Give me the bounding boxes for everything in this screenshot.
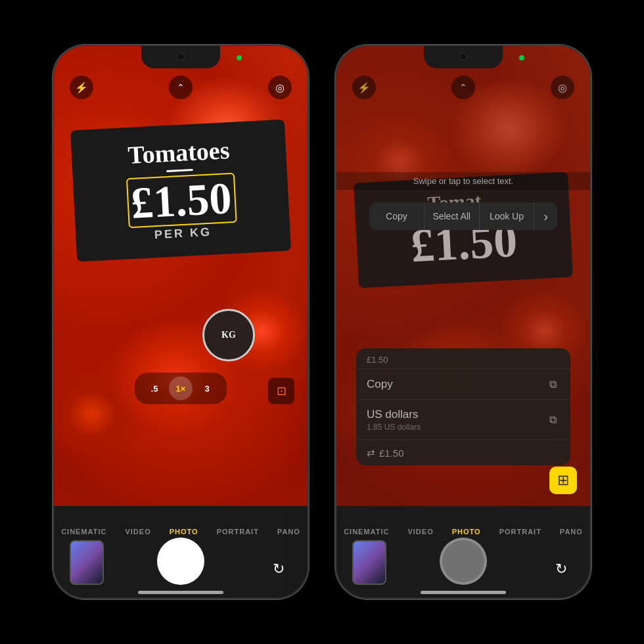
dropdown-copy-label: Copy: [367, 378, 393, 391]
arrow-up-button-2[interactable]: ⌃: [451, 76, 475, 99]
camera-viewfinder-2: Tomat... £1.50 ⚡ ⌃ ◎ Swipe or tap to sel…: [336, 46, 590, 506]
zoom-half-button[interactable]: .5: [143, 377, 166, 400]
photo-thumbnail-2[interactable]: [352, 540, 386, 585]
home-indicator-2: [421, 591, 506, 594]
mode-photo[interactable]: PHOTO: [170, 528, 198, 536]
settings-button[interactable]: ◎: [268, 76, 292, 99]
mode-selector-2: CINEMATIC VIDEO PHOTO PORTRAIT PANO: [336, 528, 590, 536]
mode-photo-2[interactable]: PHOTO: [452, 528, 481, 536]
dropdown-footer-text: £1.50: [379, 448, 404, 459]
mode-video-2[interactable]: VIDEO: [407, 528, 433, 536]
mode-pano-2[interactable]: PANO: [560, 528, 583, 536]
dropdown-header: £1.50: [356, 348, 570, 369]
live-text-button[interactable]: ⊡: [268, 378, 294, 404]
mode-cinematic-2[interactable]: CINEMATIC: [344, 528, 389, 536]
flash-button-2[interactable]: ⚡: [352, 76, 376, 99]
settings-button-2[interactable]: ◎: [551, 76, 574, 99]
camera-indicator-dot-2: [519, 55, 524, 60]
context-select-all-button[interactable]: Select All: [425, 202, 480, 230]
shutter-button-2[interactable]: [440, 538, 487, 585]
zoom-controls: .5 1× 3: [135, 373, 227, 404]
rotate-camera-button[interactable]: ↻: [265, 556, 292, 582]
currency-exchange-icon: ⇄: [367, 447, 375, 459]
rotate-camera-button-2[interactable]: ↻: [548, 556, 574, 582]
side-button-right-2: [590, 151, 591, 204]
front-camera-2: [459, 53, 467, 60]
mode-portrait[interactable]: PORTRAIT: [217, 528, 259, 536]
context-copy-button[interactable]: Copy: [369, 202, 425, 230]
context-more-button[interactable]: ›: [534, 202, 557, 230]
magnifier-text: KG: [221, 330, 236, 340]
mode-portrait-2[interactable]: PORTRAIT: [499, 528, 541, 536]
rotate-icon: ↻: [273, 561, 285, 578]
price-text: £1.50: [129, 173, 233, 228]
price-sign-divider: [166, 169, 193, 172]
side-button-right: [308, 151, 309, 204]
home-indicator: [138, 591, 223, 594]
live-text-icon: ⊡: [277, 384, 287, 398]
dropdown-usd-label: US dollars: [367, 408, 421, 421]
price-sign: Tomatoes £1.50 PER KG: [70, 120, 291, 262]
price-sign-title: Tomatoes: [87, 133, 271, 172]
zoom-3x-button[interactable]: 3: [195, 377, 219, 400]
phone-2: Tomat... £1.50 ⚡ ⌃ ◎ Swipe or tap to sel…: [335, 45, 591, 599]
dropdown-panel: £1.50 Copy ⧉ US dollars 1.85 US dollars …: [356, 348, 570, 465]
scanner-icon: ⊞: [557, 472, 569, 489]
rotate-icon-2: ↻: [555, 561, 567, 578]
mode-video[interactable]: VIDEO: [125, 528, 150, 536]
copy-doc-icon: ⧉: [545, 377, 560, 392]
camera-indicator-dot: [237, 55, 242, 60]
swipe-hint: Swipe or tap to select text.: [336, 172, 590, 190]
zoom-1x-button[interactable]: 1×: [169, 377, 193, 400]
chevron-up-icon-2: ⌃: [459, 82, 467, 93]
dropdown-usd-content: US dollars 1.85 US dollars: [367, 408, 421, 432]
context-menu-bar: Copy Select All Look Up ›: [369, 202, 557, 230]
camera-viewfinder: Tomatoes £1.50 PER KG KG ⚡ ⌃: [54, 46, 308, 506]
arrow-up-button[interactable]: ⌃: [169, 76, 193, 99]
flash-icon: ⚡: [75, 81, 88, 94]
front-camera: [177, 53, 185, 60]
shutter-button[interactable]: [157, 538, 204, 585]
settings-icon: ◎: [275, 81, 285, 94]
phone-1: Tomatoes £1.50 PER KG KG ⚡ ⌃: [53, 45, 309, 599]
magnifier: KG: [202, 309, 255, 361]
dropdown-usd-sub: 1.85 US dollars: [367, 423, 421, 432]
flash-button[interactable]: ⚡: [70, 76, 93, 99]
camera-top-bar-2: ⚡ ⌃ ◎: [336, 76, 590, 99]
chevron-right-icon: ›: [543, 209, 548, 224]
dropdown-usd-item[interactable]: US dollars 1.85 US dollars ⧉: [356, 400, 570, 440]
dropdown-copy-item[interactable]: Copy ⧉: [356, 369, 570, 400]
flash-icon-2: ⚡: [357, 81, 371, 94]
chevron-up-icon: ⌃: [177, 82, 185, 93]
camera-top-bar: ⚡ ⌃ ◎: [54, 76, 308, 99]
mode-selector: CINEMATIC VIDEO PHOTO PORTRAIT PANO: [54, 528, 308, 536]
settings-icon-2: ◎: [558, 81, 567, 94]
tomato-background: [54, 46, 308, 506]
context-look-up-button[interactable]: Look Up: [480, 202, 535, 230]
mode-cinematic[interactable]: CINEMATIC: [61, 528, 106, 536]
copy-doc-icon-2: ⧉: [545, 413, 560, 427]
dropdown-footer[interactable]: ⇄ £1.50: [356, 440, 570, 465]
scanner-badge[interactable]: ⊞: [549, 467, 577, 494]
mode-pano[interactable]: PANO: [277, 528, 300, 536]
price-sign-price: £1.50: [89, 173, 273, 227]
photo-thumbnail[interactable]: [70, 540, 104, 585]
